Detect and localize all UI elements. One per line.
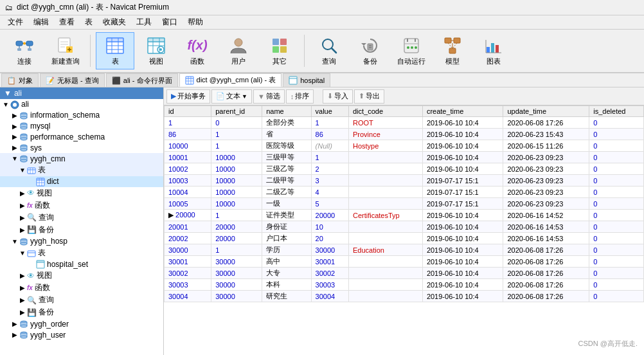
toolbar-view[interactable]: 视图 — [137, 32, 175, 69]
sidebar-item-hosp-tables[interactable]: ▼ 表 — [0, 247, 163, 259]
table-row[interactable]: 1000110000三级甲等12019-06-10 10:42020-06-23… — [165, 152, 644, 163]
export-btn[interactable]: ⬆ 导出 — [354, 89, 384, 104]
col-dict-code[interactable]: dict_code — [348, 106, 422, 117]
table-row[interactable]: 3000430000研究生300042019-06-10 10:42020-06… — [165, 291, 644, 302]
svg-rect-1 — [26, 41, 33, 46]
table-row[interactable]: 3000330000本科300032019-06-10 10:42020-06-… — [165, 279, 644, 291]
tab-console[interactable]: ⬛ ali - 命令行界面 — [106, 73, 178, 87]
table-row[interactable]: 2000120000身份证102019-06-10 10:42020-06-16… — [165, 221, 644, 233]
toolbar-connect[interactable]: 连接 — [5, 32, 44, 69]
table-row[interactable]: 2000220000户口本202019-06-10 10:42020-06-16… — [165, 233, 644, 244]
menu-view[interactable]: 查看 — [54, 15, 80, 29]
toolbar-query[interactable]: 查询 — [310, 32, 348, 69]
toolbar-sep-2 — [304, 35, 305, 67]
table-row[interactable]: 10全部分类1ROOT2019-06-10 10:42020-06-08 17:… — [165, 117, 644, 129]
text-btn[interactable]: 📄 文本 ▼ — [211, 89, 252, 104]
menu-file[interactable]: 文件 — [3, 15, 28, 29]
sidebar-item-mysql[interactable]: ▶ mysql — [0, 121, 163, 132]
filter-btn[interactable]: ▼ 筛选 — [253, 89, 285, 104]
col-parent-id[interactable]: parent_id — [211, 106, 262, 117]
sidebar-item-dict[interactable]: dict — [0, 176, 163, 187]
tab-hospital[interactable]: hospital — [283, 73, 330, 87]
table-row[interactable]: 100001医院等级(Null)Hostype2019-06-10 10:420… — [165, 140, 644, 152]
col-is-deleted[interactable]: is_deleted — [589, 106, 644, 117]
db-icon — [19, 143, 28, 152]
cell-is_deleted: 0 — [589, 117, 644, 129]
svg-point-29 — [159, 48, 162, 51]
toolbar-view-label: 视图 — [149, 57, 163, 66]
col-update-time[interactable]: update_time — [503, 106, 589, 117]
sidebar-item-yygh-hosp[interactable]: ▼ yygh_hosp — [0, 236, 163, 247]
toolbar-model[interactable]: 模型 — [433, 32, 472, 69]
toolbar-newquery[interactable]: 新建查询 — [46, 32, 85, 69]
sidebar-item-hosp-backup[interactable]: ▶ 💾 备份 — [0, 306, 163, 318]
table-row[interactable]: 3000130000高中300012019-06-10 10:42020-06-… — [165, 256, 644, 268]
cell-name: 大专 — [262, 268, 311, 279]
menu-table[interactable]: 表 — [80, 15, 98, 29]
backup-icon — [360, 35, 380, 55]
cell-id: 30000 — [165, 244, 211, 256]
tab-bar: 📋 对象 📝 无标题 - 查询 ⬛ ali - 命令行界面 dict @yygh… — [0, 73, 644, 87]
table-row[interactable]: 1000310000二级甲等32019-07-17 15:12020-06-23… — [165, 175, 644, 187]
import-btn[interactable]: ⬇ 导入 — [323, 89, 353, 104]
toolbar-autorun[interactable]: 自动运行 — [392, 32, 431, 69]
sidebar-item-info-schema[interactable]: ▶ information_schema — [0, 110, 163, 121]
tab-objects[interactable]: 📋 对象 — [1, 73, 39, 87]
sidebar-item-yygh-order[interactable]: ▶ yygh_order — [0, 318, 163, 329]
menu-edit[interactable]: 编辑 — [28, 15, 54, 29]
cell-dict_code — [348, 152, 422, 163]
sidebar-item-hosp-views[interactable]: ▶ 👁 视图 — [0, 269, 163, 282]
tab-dict[interactable]: dict @yygh_cmn (ali) - 表 — [179, 73, 282, 87]
toolbar-user[interactable]: 用户 — [219, 32, 258, 69]
menu-help[interactable]: 帮助 — [183, 15, 208, 29]
table-row[interactable]: 1000410000二级乙等42019-07-17 15:12020-06-23… — [165, 187, 644, 198]
cell-parent_id: 0 — [211, 117, 262, 129]
table-row[interactable]: 1000210000三级乙等22019-06-10 10:42020-06-23… — [165, 163, 644, 175]
tab-notitle[interactable]: 📝 无标题 - 查询 — [40, 73, 105, 87]
sidebar-item-hosp-funcs[interactable]: ▶ fx 函数 — [0, 282, 163, 294]
begin-transaction-btn[interactable]: ▶ 开始事务 — [166, 89, 210, 104]
table-row[interactable]: 200001证件类型20000CertificatesTyp2019-06-10… — [165, 210, 644, 221]
sidebar-item-yygh-cmn[interactable]: ▼ yygh_cmn — [0, 153, 163, 164]
sidebar-item-views[interactable]: ▶ 👁 视图 — [0, 187, 163, 199]
data-table-wrapper[interactable]: id parent_id name value dict_code create… — [164, 105, 644, 355]
sidebar-item-funcs[interactable]: ▶ fx 函数 — [0, 199, 163, 212]
arrow-icon: ▶ — [18, 202, 27, 209]
sidebar-item-queries[interactable]: ▶ 🔍 查询 — [0, 212, 163, 224]
cell-name: 一级 — [262, 198, 311, 210]
toolbar-backup[interactable]: 备份 — [351, 32, 389, 69]
sidebar-item-backup[interactable]: ▶ 💾 备份 — [0, 224, 163, 236]
toolbar-other[interactable]: 其它 — [260, 32, 299, 69]
table-row[interactable]: 3000230000大专300022019-06-10 10:42020-06-… — [165, 268, 644, 279]
sidebar-item-tables[interactable]: ▼ 表 — [0, 164, 163, 176]
sidebar-item-perf-schema[interactable]: ▶ performance_schema — [0, 131, 163, 142]
menu-tools[interactable]: 工具 — [131, 15, 157, 29]
cell-update_time: 2020-06-23 15:43 — [503, 129, 589, 140]
col-create-time[interactable]: create_time — [422, 106, 503, 117]
toolbar-table[interactable]: 表 — [96, 32, 134, 69]
sidebar-item-label: dict — [47, 177, 59, 186]
sidebar-item-hosp-queries[interactable]: ▶ 🔍 查询 — [0, 294, 163, 306]
col-id[interactable]: id — [165, 106, 211, 117]
sidebar-item-hospital-set[interactable]: hospital_set — [0, 259, 163, 270]
cell-dict_code — [348, 256, 422, 268]
sidebar-item-ali[interactable]: ▼ ali — [0, 99, 163, 110]
cell-create_time: 2019-06-10 10:4 — [422, 256, 503, 268]
sort-btn[interactable]: ↕ 排序 — [286, 89, 314, 104]
menu-favorites[interactable]: 收藏夹 — [98, 15, 131, 29]
table-row[interactable]: 861省86Province2019-06-10 10:42020-06-23 … — [165, 129, 644, 140]
table-row[interactable]: 300001学历30000Education2019-06-10 10:4202… — [165, 244, 644, 256]
col-value[interactable]: value — [311, 106, 348, 117]
table-row[interactable]: 1000510000一级52019-07-17 15:12020-06-23 0… — [165, 198, 644, 210]
menu-window[interactable]: 窗口 — [157, 15, 183, 29]
svg-point-46 — [411, 46, 413, 49]
sidebar-item-yygh-user[interactable]: ▶ yygh_user — [0, 329, 163, 340]
toolbar-function[interactable]: f(x) 函数 — [178, 32, 217, 69]
cell-is_deleted: 0 — [589, 198, 644, 210]
cell-id: 20000 — [165, 210, 211, 221]
col-name[interactable]: name — [262, 106, 311, 117]
svg-point-77 — [21, 138, 27, 140]
toolbar-chart[interactable]: 图表 — [474, 32, 513, 69]
cell-parent_id: 30000 — [211, 268, 262, 279]
sidebar-item-sys[interactable]: ▶ sys — [0, 142, 163, 153]
